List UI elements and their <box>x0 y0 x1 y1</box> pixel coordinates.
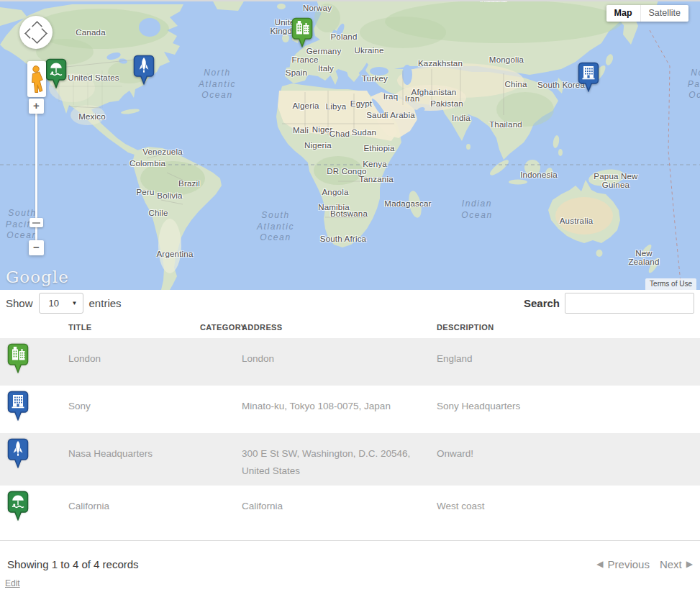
title-cell: Nasa Headquarters <box>68 433 200 486</box>
map-country-label: Iraq <box>383 92 399 101</box>
map-country-label: Canada <box>76 28 105 37</box>
street-view-pegman-icon[interactable] <box>27 61 46 97</box>
map-country-label: New Zealand <box>629 249 660 266</box>
map-country-label: India <box>452 114 471 122</box>
map-country-label: Pakistan <box>430 99 463 108</box>
title-cell: California <box>68 486 200 533</box>
pagination: ◀ Previous Next ▶ <box>596 558 693 570</box>
map-type-map-button[interactable]: Map <box>606 5 640 22</box>
map-country-label: Angola <box>322 188 348 196</box>
map-country-label: Colombia <box>129 159 165 168</box>
map-country-label: Algeria <box>292 101 319 110</box>
map-country-label: Ukraine <box>354 46 383 55</box>
header-address[interactable]: Address <box>242 323 437 332</box>
title-cell: London <box>68 338 200 386</box>
zoom-in-button[interactable]: + <box>29 99 44 114</box>
map-country-label: Norway <box>303 4 332 12</box>
google-map-canvas[interactable]: North Atlantic OceanSouth Atlantic Ocean… <box>0 0 700 290</box>
plugin-page: North Atlantic OceanSouth Atlantic Ocean… <box>0 0 700 592</box>
edit-link[interactable]: Edit <box>5 578 20 588</box>
category-cell <box>200 486 242 533</box>
records-summary: Showing 1 to 4 of 4 records <box>7 558 139 570</box>
map-country-label: Chad <box>329 129 350 138</box>
description-cell: Sony Headquarters <box>437 386 700 433</box>
map-ocean-label: Indian Ocean <box>461 199 492 221</box>
next-page-button[interactable]: Next ▶ <box>660 558 693 570</box>
map-marker-nasa[interactable] <box>133 55 155 85</box>
map-pan-control[interactable] <box>19 16 53 49</box>
address-cell: Minato-ku, Tokyo 108-0075, Japan <box>242 386 437 433</box>
map-country-label: Mali <box>293 126 309 135</box>
rocket-marker-icon <box>0 433 68 486</box>
header-category[interactable]: Category <box>200 323 242 332</box>
table-row[interactable]: CaliforniaCaliforniaWest coast <box>0 486 700 533</box>
table-row[interactable]: LondonLondonEngland <box>0 338 700 386</box>
header-title[interactable]: Title <box>68 323 200 332</box>
map-top-edge <box>0 0 700 1</box>
map-country-label: Mexico <box>78 112 106 121</box>
search-label: Search <box>524 297 560 309</box>
table-body: LondonLondonEnglandSonyMinato-ku, Tokyo … <box>0 338 700 533</box>
map-country-label: Madagascar <box>384 199 431 208</box>
map-country-label: Botswana <box>330 209 368 218</box>
table-row[interactable]: SonyMinato-ku, Tokyo 108-0075, JapanSony… <box>0 386 700 433</box>
map-country-label: United States <box>68 73 119 82</box>
search-input[interactable] <box>565 293 694 314</box>
zoom-out-button[interactable]: − <box>29 240 44 255</box>
map-marker-sony[interactable] <box>578 62 599 92</box>
map-country-label: Saudi Arabia <box>366 111 415 119</box>
city-marker-icon <box>0 338 68 386</box>
header-description[interactable]: Description <box>437 323 700 332</box>
map-type-satellite-button[interactable]: Satellite <box>640 5 688 22</box>
address-cell: California <box>242 486 437 533</box>
next-label[interactable]: Next <box>660 558 682 570</box>
map-country-label: Chile <box>148 209 168 217</box>
map-country-label: Italy <box>318 64 334 73</box>
google-logo: Google <box>6 268 69 286</box>
terms-of-use-link[interactable]: Terms of Use <box>645 278 696 290</box>
map-marker-london[interactable] <box>291 17 313 47</box>
category-cell <box>200 433 242 486</box>
category-cell <box>200 338 242 386</box>
map-ocean-label: North Pacific Ocean <box>688 68 700 101</box>
table-footer: Showing 1 to 4 of 4 records ◀ Previous N… <box>0 541 700 570</box>
category-cell <box>200 386 242 433</box>
map-country-label: Sudan <box>352 128 376 137</box>
title-cell: Sony <box>68 386 200 433</box>
map-ocean-label: South Atlantic Ocean <box>257 210 294 244</box>
description-cell: West coast <box>437 486 700 533</box>
map-type-toggle: Map Satellite <box>606 5 688 22</box>
map-country-label: Germany <box>306 47 342 55</box>
map-country-label: China <box>504 80 527 88</box>
zoom-slider-handle[interactable] <box>29 218 43 227</box>
table-toolbar: Show 10 ▼ entries Search <box>0 290 700 317</box>
map-country-label: Papua New Guinea <box>594 172 637 189</box>
map-country-label: Ethiopia <box>363 144 394 152</box>
map-country-label: Australia <box>560 217 594 225</box>
map-country-label: Peru <box>136 188 154 196</box>
map-country-label: Thailand <box>489 120 522 129</box>
map-country-label: Tanzania <box>359 175 394 183</box>
map-country-label: Venezuela <box>142 147 183 156</box>
map-country-label: Brazil <box>178 179 200 188</box>
previous-arrow-icon[interactable]: ◀ <box>596 559 603 570</box>
previous-page-button[interactable]: ◀ Previous <box>596 558 650 570</box>
show-label: Show <box>6 297 33 309</box>
description-cell: Onward! <box>437 433 700 486</box>
map-country-label: Afghanistan <box>412 88 457 96</box>
map-country-label: Nigeria <box>304 141 332 150</box>
page-size-select[interactable]: 10 <box>39 293 83 314</box>
map-country-label: Poland <box>330 32 357 41</box>
map-country-label: South Africa <box>320 234 366 243</box>
next-arrow-icon[interactable]: ▶ <box>686 559 693 570</box>
table-header-row: Title Category Address Description <box>0 317 700 338</box>
map-country-label: France <box>292 55 319 64</box>
map-country-label: Spain <box>286 68 307 77</box>
map-ocean-label: North Atlantic Ocean <box>199 68 236 101</box>
map-marker-california[interactable] <box>45 58 67 88</box>
building-marker-icon <box>0 386 68 433</box>
entries-label: entries <box>89 297 122 309</box>
table-row[interactable]: Nasa Headquarters300 E St SW, Washington… <box>0 433 700 486</box>
page-size-select-wrap: 10 ▼ <box>39 293 83 314</box>
previous-label[interactable]: Previous <box>608 558 650 570</box>
